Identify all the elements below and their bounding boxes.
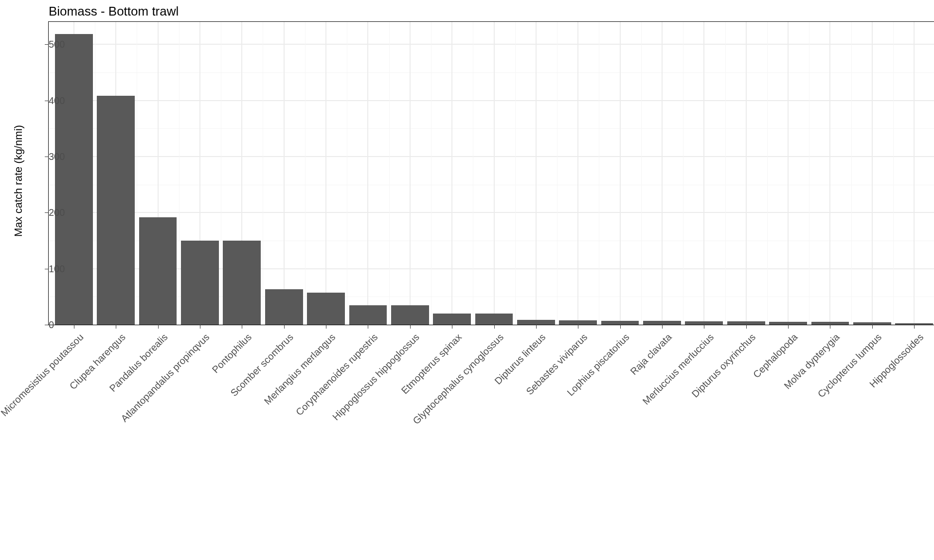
- gridline-v-minor: [599, 22, 599, 325]
- bar: [97, 96, 135, 325]
- x-tick: [536, 325, 537, 329]
- bar: [391, 305, 429, 325]
- y-tick-label: 0: [49, 319, 54, 331]
- gridline-v: [284, 22, 285, 325]
- bar: [475, 314, 513, 325]
- gridline-v: [620, 22, 621, 325]
- y-tick-label: 100: [49, 263, 54, 274]
- gridline-v: [914, 22, 915, 325]
- gridline-v-minor: [347, 22, 347, 325]
- bar: [433, 314, 471, 325]
- gridline-v-minor: [809, 22, 809, 325]
- x-tick-label: Micromesistius poutassou: [0, 332, 86, 419]
- chart-container: Biomass - Bottom trawl Max catch rate (k…: [0, 0, 934, 560]
- y-tick-label: 300: [49, 151, 54, 162]
- y-tick: [45, 157, 49, 157]
- x-tick-label: Merluccius merluccius: [640, 332, 716, 407]
- gridline-v: [788, 22, 789, 325]
- chart-title: Biomass - Bottom trawl: [49, 4, 179, 19]
- gridline-v: [494, 22, 495, 325]
- bar: [139, 217, 177, 325]
- x-tick: [200, 325, 200, 329]
- y-tick-label: 400: [49, 95, 54, 106]
- gridline-v-minor: [221, 22, 221, 325]
- bar: [223, 241, 261, 325]
- x-tick-label: Raja clavata: [628, 332, 674, 377]
- x-tick: [452, 325, 452, 329]
- y-tick: [45, 325, 49, 325]
- x-tick-label: Atlantopandalus propinqvus: [119, 332, 212, 424]
- x-tick-label: Merlangius merlangus: [262, 332, 338, 407]
- x-tick: [620, 325, 621, 329]
- gridline-v: [367, 22, 368, 325]
- gridline-h-minor: [49, 185, 934, 185]
- gridline-v: [703, 22, 704, 325]
- gridline-h-minor: [49, 128, 934, 129]
- gridline-v-minor: [851, 22, 852, 325]
- gridline-v-minor: [767, 22, 768, 325]
- gridline-v: [577, 22, 578, 325]
- gridline-h: [49, 156, 934, 157]
- x-tick: [116, 325, 116, 329]
- bar: [643, 321, 681, 325]
- x-tick: [578, 325, 578, 329]
- x-tick-label: Pontophilus: [210, 332, 253, 375]
- x-tick: [74, 325, 74, 329]
- gridline-v-minor: [179, 22, 180, 325]
- x-tick: [830, 325, 830, 329]
- gridline-v: [410, 22, 411, 325]
- gridline-v-minor: [473, 22, 473, 325]
- x-tick: [410, 325, 411, 329]
- gridline-v-minor: [431, 22, 431, 325]
- x-tick-label: Coryphaenoides rupestris: [293, 332, 379, 418]
- gridline-h-minor: [49, 72, 934, 73]
- gridline-v: [872, 22, 873, 325]
- x-tick: [368, 325, 368, 329]
- y-tick-label: 200: [49, 207, 54, 218]
- x-tick: [788, 325, 789, 329]
- y-axis-title: Max catch rate (kg/nmi): [12, 125, 25, 237]
- gridline-v-minor: [893, 22, 894, 325]
- bar: [517, 320, 555, 325]
- y-tick: [45, 212, 49, 213]
- x-tick: [158, 325, 159, 329]
- gridline-v-minor: [641, 22, 642, 325]
- gridline-h: [49, 100, 934, 101]
- x-tick: [326, 325, 326, 329]
- gridline-v-minor: [725, 22, 726, 325]
- gridline-v-minor: [557, 22, 557, 325]
- bar: [685, 321, 723, 325]
- x-tick: [494, 325, 495, 329]
- gridline-v: [325, 22, 326, 325]
- gridline-v-minor: [515, 22, 516, 325]
- x-tick: [662, 325, 663, 329]
- bar: [727, 321, 765, 325]
- gridline-h: [49, 44, 934, 45]
- gridline-v: [536, 22, 537, 325]
- x-tick-label: Glyptocephalus cynoglossus: [411, 332, 506, 427]
- gridline-v-minor: [683, 22, 683, 325]
- bar: [181, 241, 219, 325]
- gridline-v: [746, 22, 747, 325]
- gridline-v-minor: [95, 22, 95, 325]
- gridline-v-minor: [389, 22, 390, 325]
- x-tick: [242, 325, 242, 329]
- bar: [55, 34, 93, 325]
- x-tick: [284, 325, 285, 329]
- gridline-v-minor: [305, 22, 305, 325]
- gridline-v-minor: [263, 22, 263, 325]
- y-tick-label: 500: [49, 39, 54, 50]
- gridline-v-minor: [137, 22, 137, 325]
- y-tick: [45, 101, 49, 101]
- gridline-h: [49, 212, 934, 213]
- bar: [307, 293, 345, 325]
- bar: [601, 321, 639, 325]
- y-tick: [45, 269, 49, 269]
- gridline-v: [829, 22, 830, 325]
- bar: [349, 305, 387, 325]
- x-tick: [746, 325, 747, 329]
- x-tick: [872, 325, 873, 329]
- y-tick: [45, 44, 49, 45]
- x-tick: [914, 325, 915, 329]
- gridline-v: [662, 22, 663, 325]
